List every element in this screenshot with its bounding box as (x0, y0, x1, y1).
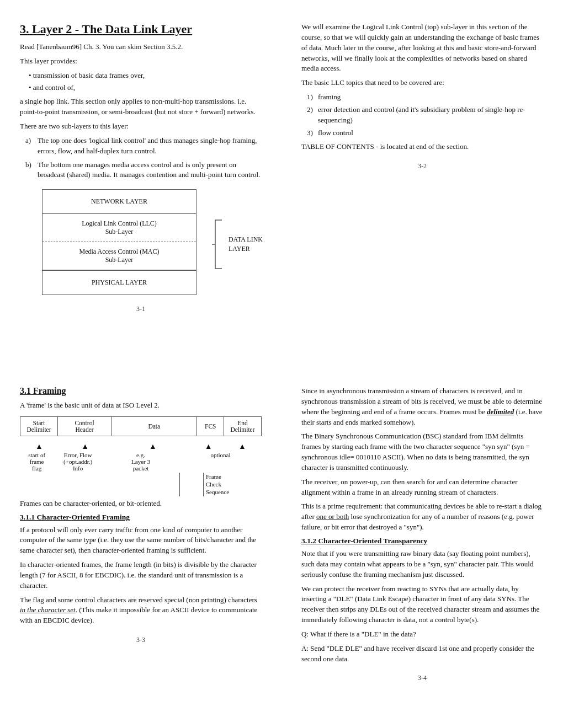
frame-fcs-block: FrameCheckSequence (20, 473, 262, 496)
this-layer-text: This layer provides: (20, 56, 262, 67)
network-layer-label: NETWORK LAYER (91, 197, 147, 205)
num-list: framing error detection and control (and… (307, 92, 543, 138)
frame-header-row: StartDelimiter ControlHeader Data FCS En… (20, 416, 262, 436)
fcs-brace (179, 473, 204, 496)
p3-s1-p1: If a protocol will only ever carry traff… (20, 525, 262, 556)
p4-s2-p2: We can protect the receiver from reactin… (301, 584, 543, 625)
frame-label-end: optional (204, 452, 237, 472)
subsec-312-title: 3.1.2 Character-Oriented Transparency (301, 537, 543, 545)
arrow-3: ▲ (114, 442, 192, 451)
frame-cell-fcs: FCS (197, 416, 224, 436)
p4-s2-p1: Note that if you were transmitting raw b… (301, 549, 543, 580)
alpha-item-a: The top one does 'logical link control' … (25, 136, 262, 157)
diagram-row-mac: Media Access Control (MAC)Sub-Layer (43, 242, 196, 270)
frame-table: StartDelimiter ControlHeader Data FCS En… (20, 416, 262, 436)
page-3-4: Since in asynchronous transmission a str… (282, 364, 563, 728)
p4-para2: The receiver, on power-up, can then sear… (301, 477, 543, 498)
layer-diagram: NETWORK LAYER Logical Link Control (LLC)… (31, 189, 208, 295)
alpha-item-b: The bottom one manages media access cont… (25, 160, 262, 181)
page-3-1: 3. Layer 2 - The Data Link Layer Read [T… (0, 0, 282, 364)
frame-label-data: e.g.Layer 3packet (102, 452, 179, 472)
fcs-spacer (20, 473, 179, 496)
diagram-row-network: NETWORK LAYER (43, 190, 196, 214)
num-item-3: flow control (307, 128, 543, 138)
para1: a single hop link. This section only app… (20, 97, 262, 117)
intro-text: Read [Tanenbaum96] Ch. 3. You can skim S… (20, 42, 262, 52)
p3-s1-p2: In character-oriented frames, the frame … (20, 560, 262, 591)
frame-labels: start offrameflag Error, Flow(+opt.addr.… (20, 452, 262, 472)
frame-cell-end: EndDelimiter (224, 416, 262, 436)
page-3-2: We will examine the Logical Link Control… (282, 0, 563, 364)
diagram-row-llc: Logical Link Control (LLC)Sub-Layer (43, 214, 196, 242)
p2-para1: The basic LLC topics that need to be cov… (301, 78, 543, 88)
arrow-1: ▲ (22, 442, 56, 451)
bracket-svg (211, 218, 227, 271)
p3-s1-p3: The flag and some control characters are… (20, 595, 262, 627)
p3-intro: A 'frame' is the basic unit of data at I… (20, 400, 262, 411)
frame-cell-start: StartDelimiter (20, 416, 58, 436)
num-item-1: framing (307, 92, 543, 103)
arrow-2: ▲ (61, 442, 109, 451)
mac-label: Media Access Control (MAC)Sub-Layer (79, 248, 160, 264)
diagram-box: NETWORK LAYER Logical Link Control (LLC)… (42, 189, 196, 295)
qa-answer: A: Send "DLE DLE" and have receiver disc… (301, 644, 543, 665)
frame-cell-data: Data (111, 416, 197, 436)
p4-para1: The Binary Synchronous Communication (BS… (301, 431, 543, 473)
frame-label-control: Error, Flow(+opt.addr.)Info (54, 452, 102, 472)
page-3-3: 3.1 Framing A 'frame' is the basic unit … (0, 364, 282, 728)
section-31-title: 3.1 Framing (20, 386, 262, 396)
p4-intro: Since in asynchronous transmission a str… (301, 386, 543, 427)
chapter-title: 3. Layer 2 - The Data Link Layer (20, 22, 262, 36)
llc-label: Logical Link Control (LLC)Sub-Layer (82, 220, 157, 235)
diagram-row-physical: PHYSICAL LAYER (43, 270, 196, 295)
data-link-bracket: DATA LINK LAYER (211, 218, 263, 271)
fcs-label: FrameCheckSequence (204, 473, 262, 496)
bullet-item-2: and control of, (29, 83, 262, 93)
para2: There are two sub-layers to this layer: (20, 121, 262, 132)
arrow-4: ▲ (196, 442, 221, 451)
p2-para2: TABLE OF CONTENTS - is located at end of… (301, 142, 543, 152)
page-number-3-2: 3-2 (301, 162, 543, 170)
page-number-3-1: 3-1 (20, 305, 262, 313)
row-2: 3.1 Framing A 'frame' is the basic unit … (0, 364, 563, 728)
alpha-list: The top one does 'logical link control' … (25, 136, 262, 180)
subsec-311-title: 3.1.1 Character-Oriented Framing (20, 513, 262, 522)
row-1: 3. Layer 2 - The Data Link Layer Read [T… (0, 0, 563, 364)
p2-intro: We will examine the Logical Link Control… (301, 22, 543, 74)
p4-para3: This is a prime requirement: that commun… (301, 501, 543, 533)
bullet-item-1: transmission of basic data frames over, (29, 71, 262, 81)
data-link-label: DATA LINK LAYER (229, 235, 263, 254)
frame-cell-control: ControlHeader (57, 416, 111, 436)
page-container: 3. Layer 2 - The Data Link Layer Read [T… (0, 0, 563, 728)
arrow-5: ▲ (225, 442, 259, 451)
p3-para1: Frames can be character-oriented, or bit… (20, 499, 262, 509)
num-item-2: error detection and control (and it's su… (307, 105, 543, 126)
frame-diagram: StartDelimiter ControlHeader Data FCS En… (20, 416, 262, 496)
bullet-list: transmission of basic data frames over, … (29, 71, 262, 93)
frame-label-start: start offrameflag (20, 452, 54, 472)
physical-layer-label: PHYSICAL LAYER (92, 279, 147, 286)
qa-block: Q: What if there is a "DLE" in the data?… (301, 629, 543, 665)
qa-question: Q: What if there is a "DLE" in the data? (301, 629, 543, 640)
frame-arrows: ▲ ▲ ▲ ▲ ▲ (20, 442, 262, 452)
page-number-3-4: 3-4 (301, 674, 543, 682)
frame-label-fcs (179, 452, 204, 472)
page-number-3-3: 3-3 (20, 636, 262, 644)
